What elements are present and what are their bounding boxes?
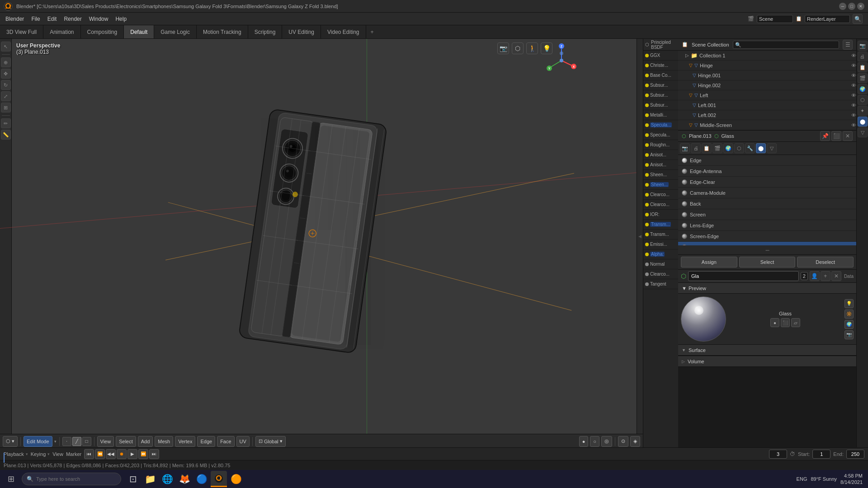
middle-screen-visibility-icon[interactable]: 👁: [851, 122, 856, 128]
left002-visibility-icon[interactable]: 👁: [851, 113, 856, 118]
vertex-menu-button[interactable]: Vertex: [175, 436, 195, 447]
camera-view-button[interactable]: 📷: [497, 42, 509, 54]
marker-menu-item[interactable]: Marker: [66, 451, 81, 457]
tab-motion-tracking[interactable]: Motion Tracking: [197, 25, 248, 38]
edge-mode-icon[interactable]: ╱: [72, 437, 81, 446]
sidebar-material-button[interactable]: ⬤: [858, 117, 868, 127]
deselect-button[interactable]: Deselect: [797, 257, 854, 267]
outliner-item-hinge[interactable]: ▽ ▽ Hinge 👁: [678, 61, 856, 70]
props-pin-button[interactable]: 📌: [820, 131, 830, 141]
view-menu-item[interactable]: View: [52, 451, 63, 457]
tab-video-editing[interactable]: Video Editing: [321, 25, 366, 38]
record-button[interactable]: ⏺: [117, 449, 127, 459]
material-item-lens-edge[interactable]: Lens-Edge: [678, 220, 856, 231]
menu-render[interactable]: Render: [60, 14, 85, 23]
start-frame-input[interactable]: [812, 450, 830, 459]
keying-menu-item[interactable]: Keying ▾: [31, 451, 50, 457]
current-frame-input[interactable]: 3: [769, 450, 787, 459]
viewport-shading-render[interactable]: ◎: [601, 436, 612, 447]
viewport-3d[interactable]: ↖ ⊕ ✥ ↻ ⤢ ⊞ ✏ 📏 User Perspective (3) Pla…: [0, 39, 643, 448]
surface-header[interactable]: ▼ Surface: [678, 345, 856, 356]
add-workspace-button[interactable]: +: [366, 25, 378, 38]
taskbar-firefox-button[interactable]: 🦊: [176, 471, 193, 487]
taskbar-search-bar[interactable]: 🔍: [22, 473, 121, 485]
preview-sphere-button[interactable]: ●: [770, 318, 779, 327]
props-close-button[interactable]: ✕: [843, 131, 853, 141]
tab-uv-editing[interactable]: UV Editing: [282, 25, 321, 38]
hinge-visibility-icon[interactable]: 👁: [851, 63, 856, 68]
outliner-item-left[interactable]: ▽ ▽ Left 👁: [678, 90, 856, 100]
preview-header[interactable]: ▼ Preview: [678, 283, 856, 294]
material-item-edge-antenna[interactable]: Edge-Antenna: [678, 166, 856, 177]
material-item-back[interactable]: Back: [678, 198, 856, 209]
preview-plane-button[interactable]: ▱: [791, 318, 800, 327]
play-button[interactable]: ▶: [127, 449, 137, 459]
jump-back-button[interactable]: ◀◀: [106, 449, 116, 459]
add-menu-button[interactable]: Add: [138, 436, 153, 447]
material-item-edge[interactable]: Edge: [678, 155, 856, 166]
windows-start-button[interactable]: ⊞: [2, 470, 20, 488]
sidebar-object-button[interactable]: ⬡: [858, 95, 868, 105]
view-menu-button[interactable]: View: [97, 436, 114, 447]
minimize-button[interactable]: ─: [839, 3, 846, 10]
tab-compositing[interactable]: Compositing: [81, 25, 124, 38]
tab-3d-view-full[interactable]: 3D View Full: [0, 25, 43, 38]
search-global-button[interactable]: 🔍: [853, 14, 863, 24]
material-unlink-button[interactable]: ✕: [831, 271, 841, 281]
sidebar-output-button[interactable]: 🖨: [858, 52, 868, 61]
world-props-icon[interactable]: 🌍: [723, 143, 733, 153]
sidebar-data-button[interactable]: ▽: [858, 127, 868, 137]
menu-help[interactable]: Help: [112, 14, 130, 23]
collection1-visibility-icon[interactable]: 👁: [851, 53, 856, 58]
vertex-mode-icon[interactable]: ·: [62, 437, 71, 446]
mode-selector[interactable]: Edit Mode: [24, 436, 52, 447]
material-name-field[interactable]: [688, 271, 799, 281]
preview-world-button[interactable]: 🌍: [844, 320, 854, 329]
menu-file[interactable]: File: [28, 14, 43, 23]
preview-cube-button[interactable]: ⬛: [781, 318, 790, 327]
sidebar-render-button[interactable]: 📷: [858, 41, 868, 51]
taskbar-search-input[interactable]: [36, 476, 116, 482]
orientation-gizmo[interactable]: Z X Y: [543, 42, 580, 79]
taskbar-app5-button[interactable]: 🟠: [228, 471, 244, 487]
perspective-toggle-button[interactable]: ⬡: [512, 42, 524, 54]
maximize-button[interactable]: □: [848, 3, 855, 10]
face-mode-icon[interactable]: □: [82, 437, 91, 446]
object-props-icon[interactable]: ⬡: [734, 143, 744, 153]
taskbar-chrome-button[interactable]: 🌐: [159, 471, 175, 487]
material-item-camera-module[interactable]: Camera-Module: [678, 188, 856, 198]
material-item-screen[interactable]: Screen: [678, 209, 856, 220]
overlay-toggle[interactable]: ⊙: [618, 436, 628, 447]
outliner-search-input[interactable]: [733, 41, 839, 49]
jump-end-button[interactable]: ⏭: [149, 449, 159, 459]
viewport-shading-material[interactable]: ○: [590, 436, 599, 447]
material-single-user-button[interactable]: 👤: [810, 271, 820, 281]
preview-light-1-button[interactable]: 💡: [844, 299, 854, 308]
menu-blender[interactable]: Blender: [2, 14, 28, 23]
edge-menu-button[interactable]: Edge: [197, 436, 215, 447]
sidebar-particles-button[interactable]: ✦: [858, 106, 868, 116]
select-menu-button[interactable]: Select: [116, 436, 136, 447]
outliner-item-left002[interactable]: ▽ Left.002 👁: [678, 110, 856, 120]
outliner-item-hinge001[interactable]: ▽ Hinge.001 👁: [678, 70, 856, 80]
outliner-item-middle-screen[interactable]: ▽ ▽ Middle-Screen 👁: [678, 120, 856, 130]
renderlayer-input[interactable]: [805, 15, 850, 23]
taskbar-task-view-button[interactable]: ⊡: [125, 471, 141, 487]
viewport-right-collapse[interactable]: ◀: [637, 39, 643, 434]
mesh-menu-button[interactable]: Mesh: [155, 436, 173, 447]
material-item-glass[interactable]: Glass: [678, 242, 856, 245]
left-visibility-icon[interactable]: 👁: [851, 93, 856, 98]
viewport-shading-solid[interactable]: ●: [579, 436, 589, 447]
preview-light-2-button[interactable]: 🔆: [844, 310, 854, 319]
data-props-icon[interactable]: ▽: [767, 143, 777, 153]
hinge001-visibility-icon[interactable]: 👁: [851, 73, 856, 78]
select-button[interactable]: Select: [739, 257, 796, 267]
taskbar-app3-button[interactable]: 🔵: [193, 471, 210, 487]
material-list-more-dots[interactable]: ···: [765, 246, 769, 253]
transform-space-button[interactable]: ⊡ Global ▾: [255, 436, 286, 447]
menu-edit[interactable]: Edit: [44, 14, 61, 23]
playback-menu-item[interactable]: Playback ▾: [4, 451, 28, 457]
props-maximize-button[interactable]: ⬛: [831, 131, 841, 141]
outliner-item-hinge002[interactable]: ▽ Hinge.002 👁: [678, 80, 856, 90]
hinge002-visibility-icon[interactable]: 👁: [851, 83, 856, 88]
